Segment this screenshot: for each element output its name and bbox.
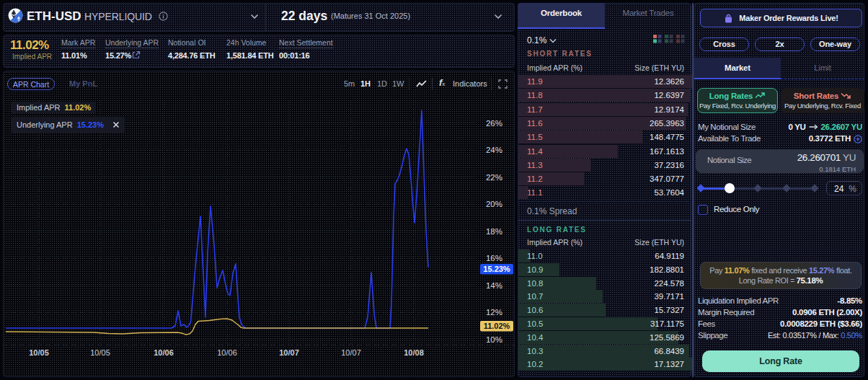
svg-text:14%: 14% (486, 281, 502, 290)
svg-text:10/06: 10/06 (217, 348, 237, 357)
svg-text:24%: 24% (486, 146, 502, 154)
svg-text:10%: 10% (486, 335, 502, 344)
svg-text:26%: 26% (486, 119, 502, 128)
svg-text:11.02%: 11.02% (484, 322, 510, 330)
svg-text:20%: 20% (486, 200, 502, 208)
svg-text:10/08: 10/08 (404, 348, 424, 357)
svg-text:12%: 12% (486, 308, 502, 317)
svg-text:16%: 16% (486, 254, 502, 262)
svg-text:10/07: 10/07 (341, 348, 361, 357)
svg-text:15.23%: 15.23% (483, 265, 510, 273)
svg-text:10/07: 10/07 (279, 348, 299, 357)
svg-text:10/05: 10/05 (90, 348, 110, 357)
svg-text:10/05: 10/05 (29, 348, 49, 357)
svg-text:10/06: 10/06 (154, 348, 174, 357)
svg-text:18%: 18% (486, 227, 502, 236)
svg-text:22%: 22% (486, 173, 502, 182)
